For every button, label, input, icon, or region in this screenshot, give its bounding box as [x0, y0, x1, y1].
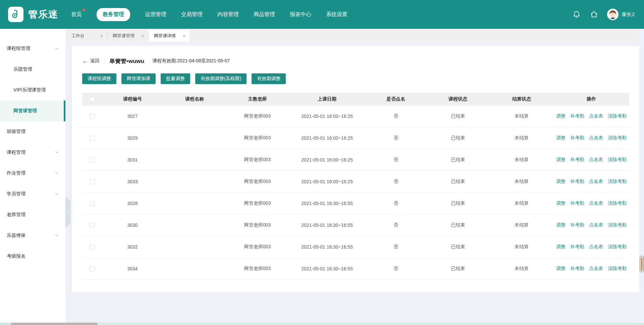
sidebar-item-label: 考级报名 [7, 253, 25, 259]
row-action-link-2[interactable]: 点名表 [589, 179, 603, 185]
row-action-link-2[interactable]: 点名表 [589, 200, 603, 206]
tab-label: 网管课管理 [113, 33, 135, 39]
sidebar-item-label: 班级管理 [7, 129, 25, 135]
nav-item-1[interactable]: 教务管理 [97, 8, 130, 21]
brand-logo[interactable] [8, 7, 23, 22]
vertical-scrollbar-thumb[interactable] [640, 256, 644, 272]
nav-item-6[interactable]: 报表中心 [290, 8, 311, 21]
cell-rollcall: 否 [366, 200, 426, 206]
horizontal-scrollbar[interactable] [0, 323, 644, 325]
cell-settle: 未结算 [490, 113, 553, 119]
cell-settle: 未结算 [490, 244, 553, 250]
row-action-link-2[interactable]: 点名表 [589, 113, 603, 119]
row-checkbox[interactable] [90, 201, 95, 206]
tab-0[interactable]: 工作台× [66, 30, 107, 42]
action-button-2[interactable]: 批量调整 [161, 73, 190, 84]
sidebar-item-7[interactable]: 学员管理 [0, 184, 65, 204]
row-action-link-1[interactable]: 补考勤 [570, 222, 584, 228]
close-icon[interactable]: × [100, 34, 103, 38]
brand-name: 管乐迷 [28, 8, 58, 21]
row-action-link-1[interactable]: 补考勤 [570, 135, 584, 141]
row-action-link-3[interactable]: 清除考勤 [608, 157, 627, 163]
vertical-scrollbar[interactable] [639, 29, 644, 325]
row-action-link-3[interactable]: 清除考勤 [608, 266, 627, 272]
action-button-3[interactable]: 有效期调整(高权限) [195, 73, 247, 84]
horizontal-scrollbar-track-start [0, 323, 11, 325]
main-area: 工作台×网管课管理×网管课详情× ← 返回 单簧管•wuwu 课程有效期:202… [65, 29, 644, 325]
row-action-link-2[interactable]: 点名表 [589, 135, 603, 141]
row-action-link-0[interactable]: 调整 [556, 135, 566, 141]
row-action-link-0[interactable]: 调整 [556, 222, 566, 228]
back-button[interactable]: ← 返回 [82, 58, 100, 64]
nav-item-2[interactable]: 运营管理 [145, 8, 166, 21]
nav-item-0[interactable]: 首页 [71, 8, 82, 21]
tab-1[interactable]: 网管课管理× [107, 30, 148, 42]
sidebar-item-8[interactable]: 老师管理 [0, 204, 65, 225]
row-action-link-1[interactable]: 补考勤 [570, 200, 584, 206]
home-icon[interactable] [590, 10, 598, 19]
close-icon[interactable]: × [183, 34, 185, 38]
row-checkbox[interactable] [90, 136, 95, 141]
row-action-link-0[interactable]: 调整 [556, 266, 566, 272]
row-checkbox[interactable] [90, 179, 95, 184]
close-icon[interactable]: × [142, 34, 144, 38]
row-action-link-2[interactable]: 点名表 [589, 266, 603, 272]
sidebar-item-1[interactable]: 乐团管理 [0, 59, 65, 80]
row-action-link-0[interactable]: 调整 [556, 200, 566, 206]
row-action-link-3[interactable]: 清除考勤 [608, 244, 627, 250]
back-arrow-icon: ← [82, 58, 88, 64]
cell-rollcall: 否 [366, 157, 426, 163]
row-action-link-1[interactable]: 补考勤 [570, 266, 584, 272]
row-action-link-2[interactable]: 点名表 [589, 222, 603, 228]
nav-item-7[interactable]: 系统设置 [326, 8, 347, 21]
row-action-link-1[interactable]: 补考勤 [570, 113, 584, 119]
select-all-checkbox[interactable] [90, 97, 95, 102]
row-action-link-3[interactable]: 清除考勤 [608, 179, 627, 185]
row-action-link-2[interactable]: 点名表 [589, 157, 603, 163]
row-action-link-3[interactable]: 清除考勤 [608, 113, 627, 119]
sidebar-item-9[interactable]: 乐器维保 [0, 225, 65, 246]
row-action-link-0[interactable]: 调整 [556, 244, 566, 250]
sidebar-item-4[interactable]: 班级管理 [0, 121, 65, 142]
sidebar-item-5[interactable]: 课程管理 [0, 142, 65, 163]
row-checkbox[interactable] [90, 245, 95, 250]
action-button-0[interactable]: 课程组调整 [82, 73, 116, 84]
sidebar-item-10[interactable]: 考级报名 [0, 246, 65, 267]
sidebar-item-2[interactable]: VIP/乐理课管理 [0, 80, 65, 101]
row-action-link-0[interactable]: 调整 [556, 113, 566, 119]
nav-item-3[interactable]: 交易管理 [181, 8, 203, 21]
table-row: 3030网管老师0032021-05-01 16:30~16:55否已结束未结算… [82, 214, 629, 236]
action-button-1[interactable]: 网管课加课 [121, 73, 156, 84]
row-checkbox[interactable] [90, 223, 95, 228]
sidebar-item-3[interactable]: 网管课管理 [0, 101, 65, 121]
row-action-link-3[interactable]: 清除考勤 [608, 200, 627, 206]
sidebar: 课程组管理 乐团管理VIP/乐理课管理网管课管理班级管理课程管理 作业管理 学员… [0, 29, 65, 325]
nav-item-5[interactable]: 商品管理 [254, 8, 275, 21]
row-action-link-1[interactable]: 补考勤 [570, 244, 584, 250]
row-action-link-3[interactable]: 清除考勤 [608, 222, 627, 228]
user-name[interactable]: 家长2 [622, 11, 635, 18]
row-action-link-1[interactable]: 补考勤 [570, 179, 584, 185]
nav-item-4[interactable]: 内容管理 [217, 8, 239, 21]
row-action-link-0[interactable]: 调整 [556, 157, 566, 163]
table-row: 3034网管老师0032021-05-01 16:30~16:55否已结束未结算… [82, 258, 629, 280]
row-action-link-1[interactable]: 补考勤 [570, 157, 584, 163]
row-action-link-3[interactable]: 清除考勤 [608, 135, 627, 141]
horizontal-scrollbar-thumb[interactable] [11, 323, 97, 325]
sidebar-item-6[interactable]: 作业管理 [0, 163, 65, 184]
row-checkbox[interactable] [90, 157, 95, 162]
bell-icon[interactable] [572, 10, 581, 19]
cell-settle: 未结算 [490, 179, 553, 185]
row-checkbox[interactable] [90, 266, 95, 271]
row-action-link-2[interactable]: 点名表 [589, 244, 603, 250]
sidebar-item-0[interactable]: 课程组管理 [0, 38, 65, 59]
row-checkbox[interactable] [90, 114, 95, 119]
avatar[interactable] [607, 9, 619, 20]
action-button-4[interactable]: 有效期调整 [252, 73, 286, 84]
row-action-link-0[interactable]: 调整 [556, 179, 566, 185]
cell-teacher: 网管老师003 [226, 244, 288, 250]
sidebar-collapse-handle[interactable]: ‹ [65, 196, 70, 228]
cell-id: 3028 [102, 201, 163, 206]
tab-2[interactable]: 网管课详情× [149, 30, 190, 42]
row-actions: 调整补考勤点名表清除考勤 [553, 179, 629, 185]
